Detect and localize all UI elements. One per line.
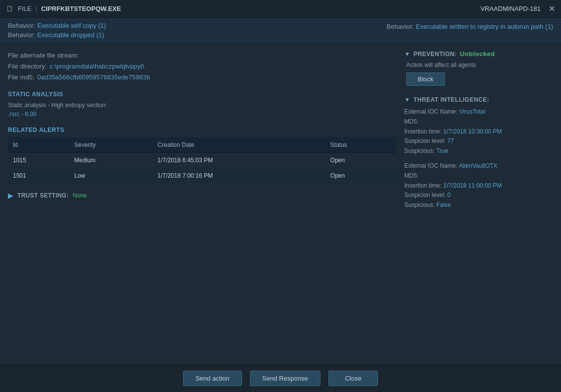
related-alerts-section: RELATED ALERTS Id Severity Creation Date…	[8, 127, 396, 184]
send-action-button[interactable]: Send action	[183, 371, 242, 386]
trust-setting-value: None	[73, 192, 87, 199]
behavior-label-3: Behavior:	[8, 31, 35, 39]
title-bar: 🗋 FILE | CIPRFKBTSTEOPQW.EXE VRAADMINAPD…	[0, 0, 561, 18]
related-alerts-title: RELATED ALERTS	[8, 127, 396, 133]
file-directory-row: File directory: c:\programdata\habczpwlq…	[8, 61, 396, 72]
behavior-link-2[interactable]: Executable written to registry in autoru…	[416, 23, 553, 30]
prevention-chevron-icon[interactable]: ▼	[404, 51, 410, 58]
alerts-table-body: 1015Medium1/7/2018 6:45:03 PMOpen1501Low…	[8, 153, 396, 184]
threat-chevron-icon[interactable]: ▼	[404, 96, 410, 103]
threat-source-row-0: External IOC Name: VirusTotal	[404, 107, 553, 117]
col-id: Id	[8, 137, 69, 153]
cell-severity-1: Low	[69, 168, 153, 184]
file-md5-value: 0ad35a566cfb60959576835ede75983b	[37, 72, 150, 83]
behavior-row-2: Behavior: Executable dropped (1)	[8, 31, 553, 39]
static-analysis-link: .rsrc - 8.00	[8, 111, 396, 118]
behavior-bar: Behavior: Executable self copy (1) Behav…	[0, 18, 561, 43]
file-md5-row: File md5: 0ad35a566cfb60959576835ede7598…	[8, 72, 396, 83]
static-analysis-description: Static analysis - High entropy section:	[8, 102, 396, 109]
threat-suspicion-row-0: Suspicion level: 77	[404, 136, 553, 146]
behavior-row-1: Behavior: Executable self copy (1) Behav…	[8, 22, 553, 31]
threat-insertion-row-0: Insertion time: 1/7/2018 10:30:00 PM	[404, 127, 553, 137]
cell-date-0: 1/7/2018 6:45:03 PM	[153, 153, 325, 168]
threat-entry-0: External IOC Name: VirusTotal MD5: Inser…	[404, 107, 553, 156]
title-bar-right-group: VRAADMINAPD-181 ✕	[481, 4, 555, 13]
threat-insertion-row-1: Insertion time: 1/7/2018 11:00:00 PM	[404, 181, 553, 191]
static-analysis-value-link[interactable]: .rsrc - 8.00	[8, 111, 36, 118]
file-alt-stream-label: File alternate file stream:	[8, 50, 78, 61]
trust-setting-label: TRUST SETTING:	[17, 192, 69, 199]
cell-severity-0: Medium	[69, 153, 153, 168]
threat-intelligence-section: ▼ THREAT INTELLIGENCE: External IOC Name…	[404, 96, 553, 210]
prevention-label: PREVENTION:	[413, 51, 457, 58]
alerts-table-header-row: Id Severity Creation Date Status	[8, 137, 396, 153]
file-alt-stream-row: File alternate file stream:	[8, 50, 396, 61]
threat-md5-row-0: MD5:	[404, 117, 553, 127]
threat-intelligence-label: THREAT INTELLIGENCE:	[413, 96, 489, 103]
behavior-link-3[interactable]: Executable dropped (1)	[37, 31, 104, 39]
threat-entries: External IOC Name: VirusTotal MD5: Inser…	[404, 107, 553, 210]
close-window-button[interactable]: ✕	[549, 4, 555, 13]
table-row: 1501Low1/7/2018 7:00:16 PMOpen	[8, 168, 396, 184]
col-severity: Severity	[69, 137, 153, 153]
table-row: 1015Medium1/7/2018 6:45:03 PMOpen	[8, 153, 396, 168]
cell-date-1: 1/7/2018 7:00:16 PM	[153, 168, 325, 184]
server-name: VRAADMINAPD-181	[481, 5, 541, 12]
cell-status-1: Open	[325, 168, 396, 184]
behavior-label-1: Behavior:	[8, 22, 35, 29]
footer: Send action Send Response Close	[0, 364, 561, 392]
static-analysis-section: STATIC ANALYSIS Static analysis - High e…	[8, 91, 396, 118]
left-panel: File alternate file stream: File directo…	[8, 50, 396, 215]
block-button[interactable]: Block	[406, 72, 445, 86]
col-date: Creation Date	[153, 137, 325, 153]
threat-md5-row-1: MD5:	[404, 171, 553, 181]
prevention-status: Unblocked	[460, 50, 495, 58]
file-md5-label: File md5:	[8, 72, 34, 83]
threat-suspicion-row-1: Suspicion level: 0	[404, 191, 553, 200]
close-button[interactable]: Close	[328, 371, 378, 386]
prevention-header: ▼ PREVENTION: Unblocked	[404, 50, 553, 58]
right-panel: ▼ PREVENTION: Unblocked Action will affe…	[404, 50, 553, 215]
static-analysis-title: STATIC ANALYSIS	[8, 91, 396, 98]
prevention-section: ▼ PREVENTION: Unblocked Action will affe…	[404, 50, 553, 86]
cell-id-0: 1015	[8, 153, 69, 168]
main-content: File alternate file stream: File directo…	[0, 43, 561, 222]
col-status: Status	[325, 137, 396, 153]
trust-setting: ▶ TRUST SETTING: None	[8, 192, 396, 199]
cell-status-0: Open	[325, 153, 396, 168]
file-label: FILE	[18, 5, 31, 12]
trust-chevron-icon[interactable]: ▶	[8, 192, 13, 199]
prevention-action-note: Action will affect all agents	[406, 62, 553, 68]
filename: CIPRFKBTSTEOPQW.EXE	[41, 5, 121, 12]
file-icon: 🗋	[6, 4, 14, 13]
alerts-table: Id Severity Creation Date Status 1015Med…	[8, 137, 396, 184]
title-bar-left: 🗋 FILE | CIPRFKBTSTEOPQW.EXE	[6, 4, 121, 13]
cell-id-1: 1501	[8, 168, 69, 184]
threat-intelligence-header: ▼ THREAT INTELLIGENCE:	[404, 96, 553, 103]
behavior-link-1[interactable]: Executable self copy (1)	[37, 22, 106, 29]
divider	[404, 92, 553, 92]
threat-suspicious-row-1: Suspicious: False	[404, 200, 553, 210]
threat-suspicious-row-0: Suspicious: True	[404, 146, 553, 156]
threat-entry-1: External IOC Name: AlienVaultOTX MD5: In…	[404, 161, 553, 210]
file-info: File alternate file stream: File directo…	[8, 50, 396, 83]
threat-source-row-1: External IOC Name: AlienVaultOTX	[404, 161, 553, 171]
alerts-table-head: Id Severity Creation Date Status	[8, 137, 396, 153]
send-response-button[interactable]: Send Response	[250, 371, 321, 386]
file-directory-value: c:\programdata\habczpwlqtvppyt\	[50, 61, 144, 72]
file-directory-label: File directory:	[8, 61, 47, 72]
behavior-label-2: Behavior:	[386, 23, 414, 30]
